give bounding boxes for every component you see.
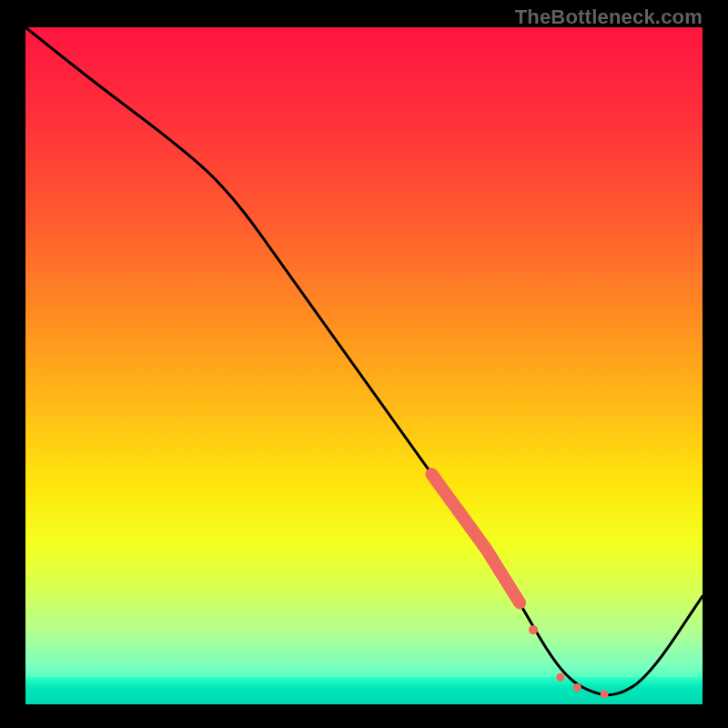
plot-area [25, 27, 703, 704]
attribution-label: TheBottleneck.com [515, 5, 703, 29]
dot-cluster-b [573, 683, 581, 692]
dot-1 [529, 625, 538, 634]
thick-segment [431, 474, 520, 602]
curve-layer [25, 27, 703, 704]
bottleneck-curve [25, 27, 703, 695]
dot-right [601, 690, 609, 698]
chart-frame: TheBottleneck.com [0, 0, 728, 728]
dot-cluster-a [556, 673, 564, 682]
